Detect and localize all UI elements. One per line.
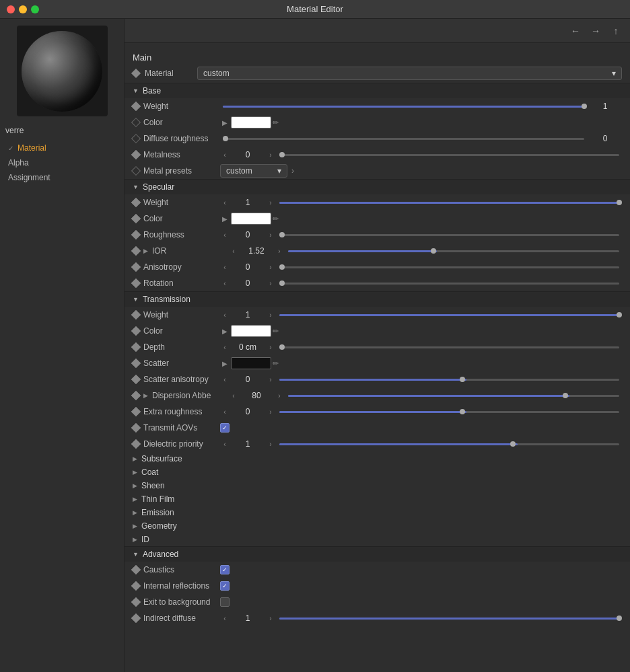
- depth-decrement-btn[interactable]: ‹: [220, 341, 230, 353]
- sidebar-item-alpha[interactable]: Alpha: [0, 155, 124, 170]
- ior-row: ▶ IOR ‹ 1.52 ›: [125, 243, 630, 259]
- maximize-button[interactable]: [31, 5, 39, 13]
- ior-expand-icon[interactable]: ▶: [143, 248, 148, 254]
- transmission-color-expand-btn[interactable]: ▶: [220, 325, 230, 337]
- metalness-value: 0: [231, 150, 265, 159]
- back-button[interactable]: ←: [568, 24, 583, 38]
- scatter-anisotropy-slider[interactable]: [279, 379, 619, 381]
- thin-film-row[interactable]: ▶ Thin Film: [125, 492, 630, 506]
- scatter-anisotropy-diamond-icon: [131, 375, 141, 384]
- content-scroll[interactable]: Main Material custom ▾ ▼ Base Weight: [125, 43, 630, 672]
- emission-row[interactable]: ▶ Emission: [125, 506, 630, 519]
- specular-weight-decrement-btn[interactable]: ‹: [220, 196, 230, 209]
- upload-button[interactable]: ↑: [608, 24, 623, 38]
- transmission-section-label: Transmission: [143, 295, 190, 304]
- material-select[interactable]: custom ▾: [197, 67, 622, 80]
- rotation-decrement-btn[interactable]: ‹: [220, 277, 230, 289]
- transmission-caret-icon: ▼: [133, 296, 139, 303]
- extra-roughness-increment-btn[interactable]: ›: [266, 406, 275, 418]
- scatter-expand-btn[interactable]: ▶: [220, 357, 230, 369]
- internal-reflections-checkbox[interactable]: ✓: [220, 581, 230, 591]
- transmission-color-swatch[interactable]: [231, 325, 271, 337]
- anisotropy-increment-btn[interactable]: ›: [266, 261, 275, 273]
- specular-roughness-increment-btn[interactable]: ›: [266, 229, 275, 241]
- extra-roughness-decrement-btn[interactable]: ‹: [220, 406, 230, 418]
- specular-color-swatch[interactable]: [231, 213, 271, 225]
- specular-weight-increment-btn[interactable]: ›: [266, 196, 275, 209]
- depth-slider[interactable]: [279, 346, 619, 348]
- id-row[interactable]: ▶ ID: [125, 533, 630, 546]
- specular-weight-slider[interactable]: [279, 202, 619, 204]
- transmission-section-header[interactable]: ▼ Transmission: [125, 291, 630, 307]
- indirect-diffuse-decrement-btn[interactable]: ‹: [220, 612, 230, 624]
- ior-decrement-btn[interactable]: ‹: [229, 245, 238, 257]
- extra-roughness-diamond-icon: [131, 407, 141, 416]
- indirect-diffuse-increment-btn[interactable]: ›: [266, 612, 275, 624]
- indirect-diffuse-label: Indirect diffuse: [143, 613, 217, 623]
- base-weight-slider[interactable]: [223, 106, 584, 108]
- sidebar-item-material[interactable]: ✓ Material: [0, 141, 124, 155]
- sidebar-item-assignment[interactable]: Assignment: [0, 170, 124, 185]
- metal-presets-row: Metal presets custom ▾ ›: [125, 163, 630, 179]
- subsurface-row[interactable]: ▶ Subsurface: [125, 452, 630, 465]
- indirect-diffuse-slider[interactable]: [279, 618, 619, 620]
- depth-increment-btn[interactable]: ›: [266, 341, 275, 353]
- specular-roughness-decrement-btn[interactable]: ‹: [220, 229, 230, 241]
- base-color-swatch[interactable]: [231, 116, 271, 128]
- rotation-increment-btn[interactable]: ›: [266, 277, 275, 289]
- base-color-row: Color ▶ ✏: [125, 114, 630, 130]
- specular-section-header[interactable]: ▼ Specular: [125, 179, 630, 194]
- ior-slider[interactable]: [288, 250, 619, 252]
- extra-roughness-row: Extra roughness ‹ 0 ›: [125, 404, 630, 420]
- metalness-slider[interactable]: [279, 154, 619, 156]
- scatter-edit-icon[interactable]: ✏: [273, 359, 279, 368]
- forward-button[interactable]: →: [588, 24, 603, 38]
- transmit-aovs-checkbox[interactable]: ✓: [220, 423, 230, 433]
- extra-roughness-value: 0: [231, 407, 265, 416]
- sheen-row[interactable]: ▶ Sheen: [125, 479, 630, 492]
- coat-row[interactable]: ▶ Coat: [125, 465, 630, 479]
- specular-color-control: ▶ ✏: [220, 213, 622, 225]
- dielectric-priority-increment-btn[interactable]: ›: [266, 438, 275, 450]
- minimize-button[interactable]: [19, 5, 27, 13]
- metalness-decrement-btn[interactable]: ‹: [220, 149, 230, 161]
- dispersion-abbe-increment-btn[interactable]: ›: [275, 389, 284, 402]
- scatter-anisotropy-decrement-btn[interactable]: ‹: [220, 373, 230, 385]
- ior-increment-btn[interactable]: ›: [275, 245, 284, 257]
- scatter-color-swatch[interactable]: [231, 357, 271, 369]
- base-section-header[interactable]: ▼ Base: [125, 83, 630, 98]
- coat-label: Coat: [141, 468, 158, 477]
- advanced-section-header[interactable]: ▼ Advanced: [125, 546, 630, 562]
- base-color-expand-btn[interactable]: ▶: [220, 116, 230, 128]
- rotation-slider[interactable]: [279, 283, 619, 285]
- metalness-increment-btn[interactable]: ›: [266, 149, 275, 161]
- dispersion-abbe-slider[interactable]: [288, 395, 619, 397]
- transmission-color-edit-icon[interactable]: ✏: [273, 327, 279, 336]
- caustics-checkbox[interactable]: ✓: [220, 565, 230, 574]
- anisotropy-slider[interactable]: [279, 266, 619, 268]
- dispersion-abbe-decrement-btn[interactable]: ‹: [229, 389, 238, 402]
- base-weight-value: 1: [588, 102, 622, 111]
- specular-color-edit-icon[interactable]: ✏: [273, 215, 279, 223]
- specular-roughness-value: 0: [231, 230, 265, 239]
- anisotropy-decrement-btn[interactable]: ‹: [220, 261, 230, 273]
- close-button[interactable]: [7, 5, 15, 13]
- diffuse-roughness-slider[interactable]: [223, 138, 584, 140]
- specular-roughness-slider[interactable]: [279, 234, 619, 236]
- scatter-anisotropy-increment-btn[interactable]: ›: [266, 373, 275, 385]
- dielectric-priority-slider[interactable]: [279, 443, 619, 445]
- base-color-edit-icon[interactable]: ✏: [273, 118, 279, 127]
- metal-presets-select[interactable]: custom ▾: [220, 164, 287, 178]
- transmission-weight-increment-btn[interactable]: ›: [266, 309, 275, 321]
- specular-color-expand-btn[interactable]: ▶: [220, 213, 230, 225]
- exit-to-background-checkbox[interactable]: [220, 597, 230, 607]
- dielectric-priority-decrement-btn[interactable]: ‹: [220, 438, 230, 450]
- geometry-caret-icon: ▶: [133, 523, 137, 529]
- geometry-row[interactable]: ▶ Geometry: [125, 519, 630, 533]
- transmission-weight-slider[interactable]: [279, 314, 619, 316]
- metalness-row: Metalness ‹ 0 ›: [125, 147, 630, 163]
- dispersion-abbe-expand-icon[interactable]: ▶: [143, 392, 148, 399]
- transmission-weight-decrement-btn[interactable]: ‹: [220, 309, 230, 321]
- transmit-aovs-control: ✓: [220, 423, 622, 433]
- extra-roughness-slider[interactable]: [279, 411, 619, 413]
